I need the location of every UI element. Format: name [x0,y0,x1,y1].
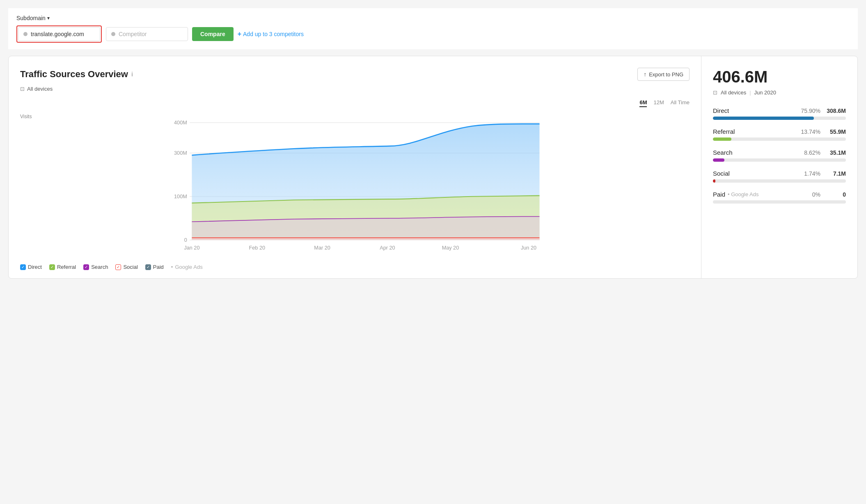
stat-social-value: 7.1M [825,170,846,177]
stat-paid-value: 0 [825,191,846,198]
stat-direct-bar-fill [713,117,814,120]
stat-direct-label: Direct [713,107,729,114]
legend-googleads-dot: • [171,264,173,270]
legend-direct-check[interactable]: ✓ [20,264,26,270]
legend-paid-label: Paid [153,264,164,270]
stat-social-bar-fill [713,179,715,183]
svg-text:300M: 300M [174,150,187,156]
stat-social-pct: 1.74% [804,170,820,177]
stat-search-value: 35.1M [825,149,846,156]
chart-title-text: Traffic Sources Overview [20,69,128,80]
main-card: Traffic Sources Overview i ↑ Export to P… [8,56,858,279]
subdomain-label[interactable]: Subdomain ▾ [16,15,850,21]
time-tabs: 6M 12M All Time [20,99,690,107]
svg-text:Jan 20: Jan 20 [184,245,199,251]
stat-social-bar-bg [713,179,846,183]
export-button[interactable]: ↑ Export to PNG [637,68,690,81]
competitor-placeholder-text: Competitor [119,31,147,37]
stat-referral-pct: 13.74% [801,128,820,135]
legend-referral-check[interactable]: ✓ [49,264,55,270]
legend-social-label: Social [123,264,137,270]
total-visits: 406.6M [713,68,846,86]
legend-direct-label: Direct [28,264,42,270]
stats-divider: | [749,89,751,96]
export-button-label: Export to PNG [649,71,683,78]
stat-row-direct: Direct 75.90% 308.6M [713,107,846,120]
all-devices-row: ⊡ All devices [20,86,690,92]
stat-referral-label: Referral [713,128,735,135]
stat-direct-label-row: Direct 75.90% 308.6M [713,107,846,114]
legend-googleads: • Google Ads [171,264,203,270]
stat-row-paid: Paid • Google Ads 0% 0 [713,191,846,204]
chart-section: Traffic Sources Overview i ↑ Export to P… [9,56,701,278]
info-icon[interactable]: i [131,71,133,78]
legend-referral: ✓ Referral [49,264,76,270]
legend-search: ✓ Search [83,264,108,270]
stat-referral-label-row: Referral 13.74% 55.9M [713,128,846,135]
all-devices-label: All devices [27,86,53,92]
legend-paid-check[interactable]: ✓ [145,264,151,270]
domain-dot [23,32,27,36]
chevron-down-icon: ▾ [47,15,50,21]
competitor-dot [111,32,115,36]
legend-search-check[interactable]: ✓ [83,264,89,270]
legend-direct: ✓ Direct [20,264,42,270]
subdomain-text: Subdomain [16,15,46,21]
tab-12m[interactable]: 12M [653,99,664,107]
domain-input-wrapper: translate.google.com [16,25,102,43]
svg-text:Feb 20: Feb 20 [249,245,266,251]
add-competitors-link[interactable]: + Add up to 3 competitors [238,30,304,38]
tab-6m[interactable]: 6M [639,99,647,107]
stat-row-referral: Referral 13.74% 55.9M [713,128,846,141]
legend-googleads-label: Google Ads [175,264,202,270]
legend-social-check[interactable]: ✓ [115,264,121,270]
stat-row-social: Social 1.74% 7.1M [713,170,846,183]
chart-title: Traffic Sources Overview i [20,69,133,80]
stat-paid-bar-bg [713,200,846,204]
stat-referral-value: 55.9M [825,128,846,135]
plus-icon: + [238,30,241,38]
legend-social: ✓ Social [115,264,137,270]
legend-paid: ✓ Paid [145,264,164,270]
stat-paid-sub-label: • Google Ads [728,191,758,197]
stats-section: 406.6M ⊡ All devices | Jun 2020 Direct 7… [701,56,857,278]
competitor-input[interactable]: Competitor [106,27,188,41]
add-competitors-text: Add up to 3 competitors [243,31,304,37]
svg-text:May 20: May 20 [442,245,459,251]
domain-value: translate.google.com [31,31,84,37]
stat-row-search: Search 8.62% 35.1M [713,149,846,162]
stat-paid-label: Paid [713,191,725,198]
stat-search-label: Search [713,149,733,156]
svg-text:0: 0 [184,237,187,243]
export-icon: ↑ [644,71,646,78]
svg-text:Mar 20: Mar 20 [314,245,330,251]
stat-social-label: Social [713,170,730,177]
stat-referral-bar-fill [713,137,731,141]
stats-period: Jun 2020 [754,89,777,96]
controls-row: translate.google.com Competitor Compare … [16,25,850,43]
stat-search-pct: 8.62% [804,149,820,156]
stat-direct-value: 308.6M [825,108,846,114]
stat-direct-pct: 75.90% [801,108,820,114]
legend-row: ✓ Direct ✓ Referral ✓ Search ✓ So [20,264,690,270]
legend-search-label: Search [91,264,108,270]
stat-paid-label-row: Paid • Google Ads 0% 0 [713,191,846,198]
stats-devices-row: ⊡ All devices | Jun 2020 [713,89,846,96]
svg-text:400M: 400M [174,120,187,126]
chart-area: Visits 400M 300M 100M 0 [20,110,690,257]
stats-all-devices: All devices [721,89,746,96]
devices-icon: ⊡ [20,86,25,92]
stat-search-bar-bg [713,158,846,162]
svg-text:Apr 20: Apr 20 [380,245,395,251]
compare-button[interactable]: Compare [192,27,234,41]
stat-referral-bar-bg [713,137,846,141]
stat-search-bar-fill [713,158,724,162]
top-bar: Subdomain ▾ translate.google.com Competi… [8,8,858,49]
stat-social-label-row: Social 1.74% 7.1M [713,170,846,177]
svg-text:Jun 20: Jun 20 [521,245,536,251]
domain-input[interactable]: translate.google.com [18,27,100,41]
stat-search-label-row: Search 8.62% 35.1M [713,149,846,156]
tab-alltime[interactable]: All Time [671,99,690,107]
svg-text:100M: 100M [174,194,187,199]
chart-header: Traffic Sources Overview i ↑ Export to P… [20,68,690,81]
